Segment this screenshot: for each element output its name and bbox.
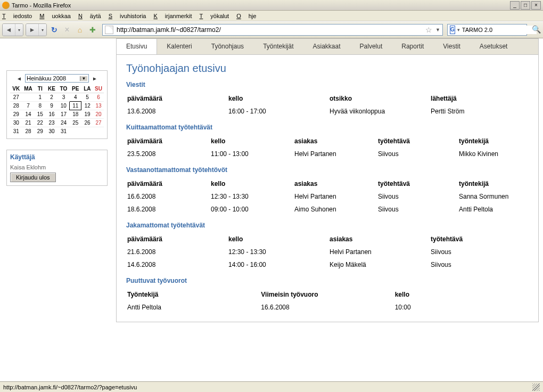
menu-tiedosto[interactable]: Tiedosto bbox=[2, 13, 32, 19]
firefox-icon bbox=[2, 2, 10, 9]
tab-asiakkaat[interactable]: Asiakkaat bbox=[303, 39, 350, 54]
tab-kalenteri[interactable]: Kalenteri bbox=[157, 39, 201, 54]
table-row: 16.6.200812:30 - 13:30Helvi PartanenSiiv… bbox=[127, 191, 528, 202]
column-header: työtehtävä bbox=[378, 178, 458, 190]
calendar-day[interactable]: 16 bbox=[46, 110, 57, 119]
calendar-day[interactable]: 31 bbox=[57, 127, 69, 136]
calendar-day[interactable] bbox=[93, 127, 104, 136]
calendar-day[interactable]: 14 bbox=[22, 110, 34, 119]
search-go-icon[interactable]: 🔍 bbox=[531, 25, 541, 35]
table-row: Antti Peltola16.6.200810:00 bbox=[127, 301, 528, 313]
tab-etusivu[interactable]: Etusivu bbox=[117, 39, 157, 54]
tab-raportit[interactable]: Raportit bbox=[392, 39, 433, 54]
calendar-day[interactable]: 11 bbox=[70, 102, 81, 110]
calendar-day[interactable]: 19 bbox=[81, 110, 93, 119]
back-button[interactable]: ◄ bbox=[3, 24, 15, 36]
calendar-header: SU bbox=[93, 85, 104, 93]
add-bookmark-icon[interactable]: ✚ bbox=[87, 24, 98, 35]
maximize-button[interactable]: □ bbox=[521, 1, 530, 10]
column-header: asiakas bbox=[294, 178, 377, 190]
calendar-day[interactable]: 23 bbox=[46, 119, 57, 127]
search-engine-dropdown-icon[interactable]: ▾ bbox=[457, 27, 460, 32]
tab-palvelut[interactable]: Palvelut bbox=[350, 39, 392, 54]
table-cell: 21.6.2008 bbox=[127, 246, 227, 258]
calendar-day[interactable]: 28 bbox=[22, 127, 34, 136]
calendar-day[interactable] bbox=[22, 93, 34, 102]
calendar-next-icon[interactable]: ► bbox=[92, 76, 97, 81]
calendar-day[interactable]: 21 bbox=[22, 119, 34, 127]
menu-näytä[interactable]: Näytä bbox=[78, 13, 101, 19]
calendar-week-number: 29 bbox=[10, 110, 22, 119]
menu-muokkaa[interactable]: Muokkaa bbox=[39, 13, 71, 19]
bookmark-star-icon[interactable]: ☆ bbox=[425, 26, 432, 34]
calendar-day[interactable]: 20 bbox=[93, 110, 104, 119]
page-icon bbox=[105, 26, 113, 34]
calendar-day[interactable]: 15 bbox=[35, 110, 46, 119]
calendar-day[interactable]: 18 bbox=[70, 110, 81, 119]
tab-asetukset[interactable]: Asetukset bbox=[470, 39, 517, 54]
section-table-viestit: päivämääräkellootsikkolähettäjä13.6.2008… bbox=[126, 92, 529, 118]
calendar-day[interactable]: 24 bbox=[57, 119, 69, 127]
logout-button[interactable]: Kirjaudu ulos bbox=[10, 173, 56, 182]
calendar-day[interactable]: 5 bbox=[81, 93, 93, 102]
calendar-day[interactable]: 27 bbox=[93, 119, 104, 127]
calendar-day[interactable]: 10 bbox=[57, 102, 69, 110]
calendar-day[interactable]: 1 bbox=[35, 93, 46, 102]
url-dropdown-icon[interactable]: ▼ bbox=[435, 27, 440, 32]
menu-ohje[interactable]: Ohje bbox=[236, 13, 256, 19]
menu-sivuhistoria[interactable]: Sivuhistoria bbox=[109, 13, 146, 19]
page-body: Työnohjaajan etusivu Viestitpäivämääräke… bbox=[117, 55, 538, 322]
stop-icon[interactable]: × bbox=[62, 24, 72, 35]
column-header: kello bbox=[228, 233, 328, 245]
home-icon[interactable]: ⌂ bbox=[75, 24, 85, 35]
section-title-kuittaamattomat: Kuittaamattomat työtehtävät bbox=[126, 124, 529, 131]
calendar-day[interactable]: 12 bbox=[81, 102, 93, 110]
calendar-day[interactable]: 4 bbox=[70, 93, 81, 102]
calendar-prev-icon[interactable]: ◄ bbox=[17, 76, 22, 81]
calendar-day[interactable] bbox=[81, 127, 93, 136]
calendar-week-number: 28 bbox=[10, 102, 22, 110]
calendar-day[interactable]: 7 bbox=[22, 102, 34, 110]
calendar-day[interactable]: 17 bbox=[57, 110, 69, 119]
calendar-month-select[interactable]: Heinäkuu 2008 ▼ bbox=[25, 74, 89, 83]
url-input[interactable] bbox=[116, 25, 424, 35]
section-table-vastaanottamattomat: päivämääräkelloasiakastyötehtävätyönteki… bbox=[126, 177, 529, 216]
calendar-day[interactable]: 3 bbox=[57, 93, 69, 102]
menu-työkalut[interactable]: Työkalut bbox=[200, 13, 229, 19]
back-history-dropdown[interactable]: ▾ bbox=[15, 24, 23, 36]
calendar-day[interactable]: 25 bbox=[70, 119, 81, 127]
calendar-day[interactable]: 9 bbox=[46, 102, 57, 110]
table-cell: Siivous bbox=[378, 203, 458, 215]
tab-työnohjaus[interactable]: Työnohjaus bbox=[202, 39, 253, 54]
calendar-day[interactable]: 2 bbox=[46, 93, 57, 102]
calendar-day[interactable] bbox=[70, 127, 81, 136]
window-title: Tarmo - Mozilla Firefox bbox=[12, 2, 71, 9]
column-header: päivämäärä bbox=[127, 233, 227, 245]
reload-icon[interactable]: ↻ bbox=[49, 24, 60, 35]
calendar-day[interactable]: 13 bbox=[93, 102, 104, 110]
column-header: Viimeisin työvuoro bbox=[261, 289, 393, 300]
forward-history-dropdown[interactable]: ▾ bbox=[39, 24, 46, 36]
table-cell: Helvi Partanen bbox=[294, 148, 377, 160]
tab-työntekijät[interactable]: Työntekijät bbox=[253, 39, 303, 54]
search-input[interactable] bbox=[461, 26, 537, 34]
search-bar: G ▾ bbox=[447, 24, 527, 36]
calendar-day[interactable]: 6 bbox=[93, 93, 104, 102]
calendar-day[interactable]: 26 bbox=[81, 119, 93, 127]
calendar-day[interactable]: 8 bbox=[35, 102, 46, 110]
calendar-day[interactable]: 22 bbox=[35, 119, 46, 127]
calendar-header: MA bbox=[22, 85, 34, 93]
close-button[interactable]: × bbox=[531, 1, 541, 10]
minimize-button[interactable]: _ bbox=[510, 1, 520, 10]
calendar-day[interactable]: 29 bbox=[35, 127, 46, 136]
google-search-engine-icon[interactable]: G bbox=[450, 26, 455, 34]
url-bar: ☆ ▼ bbox=[102, 24, 443, 36]
menu-kirjanmerkit[interactable]: Kirjanmerkit bbox=[154, 13, 192, 19]
menubar: TiedostoMuokkaaNäytäSivuhistoriaKirjanme… bbox=[0, 11, 543, 21]
section-title-viestit: Viestit bbox=[126, 81, 529, 88]
column-header: työntekijä bbox=[459, 178, 528, 190]
tab-viestit[interactable]: Viestit bbox=[433, 39, 470, 54]
forward-button[interactable]: ► bbox=[26, 24, 39, 36]
calendar-day[interactable]: 30 bbox=[46, 127, 57, 136]
table-cell: Siivous bbox=[378, 148, 458, 160]
